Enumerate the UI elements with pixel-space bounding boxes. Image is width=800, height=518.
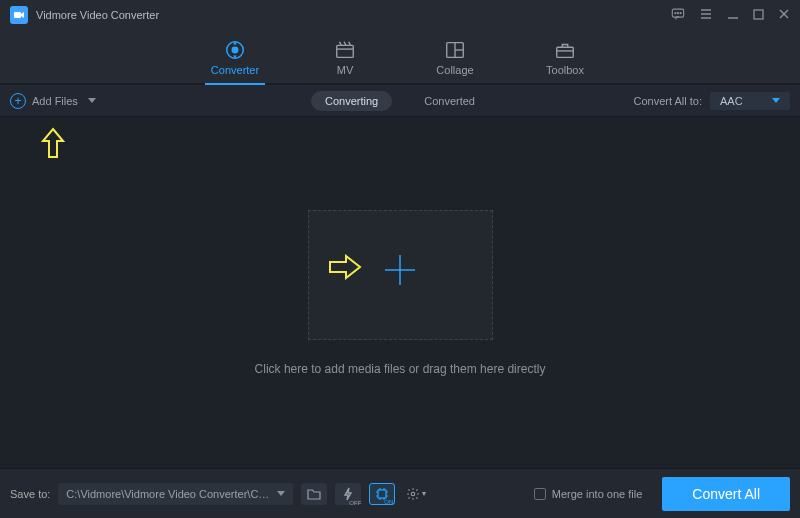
tab-label: Converter bbox=[211, 64, 259, 76]
menu-icon[interactable] bbox=[699, 7, 713, 24]
collage-icon bbox=[444, 39, 466, 61]
minimize-icon[interactable] bbox=[727, 8, 739, 23]
svg-rect-14 bbox=[337, 45, 354, 57]
tab-toolbox[interactable]: Toolbox bbox=[535, 34, 595, 83]
effects-off-button[interactable]: OFF bbox=[335, 483, 361, 505]
mv-icon bbox=[334, 39, 356, 61]
secondary-bar: + Add Files Converting Converted Convert… bbox=[0, 85, 800, 117]
svg-rect-23 bbox=[378, 490, 386, 498]
app-title: Vidmore Video Converter bbox=[36, 9, 159, 21]
convert-all-to-label: Convert All to: bbox=[634, 95, 702, 107]
drop-hint: Click here to add media files or drag th… bbox=[255, 362, 546, 376]
window-controls bbox=[671, 7, 790, 24]
settings-button[interactable]: ▾ bbox=[403, 483, 429, 505]
tab-label: Collage bbox=[436, 64, 473, 76]
svg-rect-9 bbox=[754, 10, 763, 19]
toolbox-icon bbox=[554, 39, 576, 61]
plus-circle-icon: + bbox=[10, 93, 26, 109]
svg-point-2 bbox=[675, 12, 676, 13]
tab-label: Toolbox bbox=[546, 64, 584, 76]
plus-icon bbox=[379, 249, 421, 301]
tab-collage[interactable]: Collage bbox=[425, 34, 485, 83]
format-selected: AAC bbox=[720, 95, 743, 107]
convert-all-to: Convert All to: AAC bbox=[634, 92, 790, 110]
output-format-dropdown[interactable]: AAC bbox=[710, 92, 790, 110]
tab-label: MV bbox=[337, 64, 354, 76]
save-path-text: C:\Vidmore\Vidmore Video Converter\Conve… bbox=[66, 488, 273, 500]
tab-mv[interactable]: MV bbox=[315, 34, 375, 83]
hw-accel-on-button[interactable]: ON bbox=[369, 483, 395, 505]
svg-point-4 bbox=[680, 12, 681, 13]
main-tabs: Converter MV Collage Toolbox bbox=[0, 30, 800, 85]
bottom-bar: Save to: C:\Vidmore\Vidmore Video Conver… bbox=[0, 468, 800, 518]
save-to-label: Save to: bbox=[10, 488, 50, 500]
svg-rect-19 bbox=[557, 47, 574, 57]
save-path-box[interactable]: C:\Vidmore\Vidmore Video Converter\Conve… bbox=[58, 483, 293, 505]
add-files-button[interactable]: + Add Files bbox=[10, 93, 96, 109]
svg-rect-0 bbox=[14, 12, 21, 18]
add-files-label: Add Files bbox=[32, 95, 78, 107]
tab-converter[interactable]: Converter bbox=[205, 34, 265, 83]
dropzone[interactable] bbox=[308, 210, 493, 340]
svg-point-32 bbox=[412, 492, 416, 496]
svg-point-13 bbox=[232, 47, 238, 53]
merge-label: Merge into one file bbox=[552, 488, 643, 500]
feedback-icon[interactable] bbox=[671, 7, 685, 24]
titlebar: Vidmore Video Converter bbox=[0, 0, 800, 30]
maximize-icon[interactable] bbox=[753, 8, 764, 23]
main-area: Click here to add media files or drag th… bbox=[0, 117, 800, 468]
segment-converted[interactable]: Converted bbox=[410, 91, 489, 111]
chevron-down-icon bbox=[772, 98, 780, 103]
convert-all-button[interactable]: Convert All bbox=[662, 477, 790, 511]
chevron-down-icon bbox=[88, 98, 96, 103]
chevron-down-icon bbox=[277, 491, 285, 496]
merge-checkbox[interactable]: Merge into one file bbox=[534, 488, 643, 500]
app-logo-icon bbox=[10, 6, 28, 24]
svg-point-3 bbox=[677, 12, 678, 13]
open-folder-button[interactable] bbox=[301, 483, 327, 505]
segment-converting[interactable]: Converting bbox=[311, 91, 392, 111]
close-icon[interactable] bbox=[778, 8, 790, 23]
checkbox-icon bbox=[534, 488, 546, 500]
converter-icon bbox=[224, 39, 246, 61]
